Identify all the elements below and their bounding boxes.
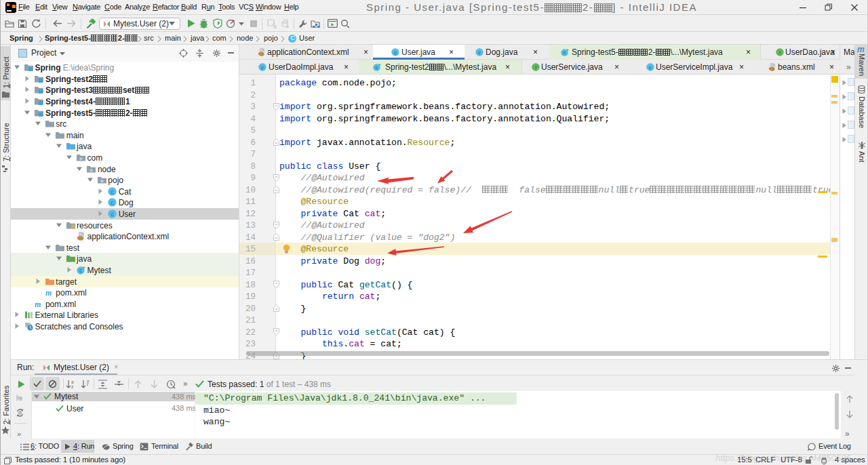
- svg-text:z: z: [71, 384, 73, 389]
- svg-text:i: i: [779, 49, 781, 56]
- svg-text:m: m: [35, 300, 41, 308]
- svg-text:c: c: [261, 64, 264, 70]
- svg-text:c: c: [394, 49, 397, 56]
- svg-text:a: a: [71, 380, 74, 384]
- svg-text:9: 9: [19, 395, 22, 402]
- svg-text:m: m: [45, 288, 52, 297]
- svg-text:c: c: [564, 49, 566, 56]
- svg-text:c: c: [376, 64, 378, 70]
- svg-text:c: c: [478, 49, 481, 56]
- svg-text:c: c: [649, 64, 652, 70]
- svg-text:i: i: [535, 64, 536, 70]
